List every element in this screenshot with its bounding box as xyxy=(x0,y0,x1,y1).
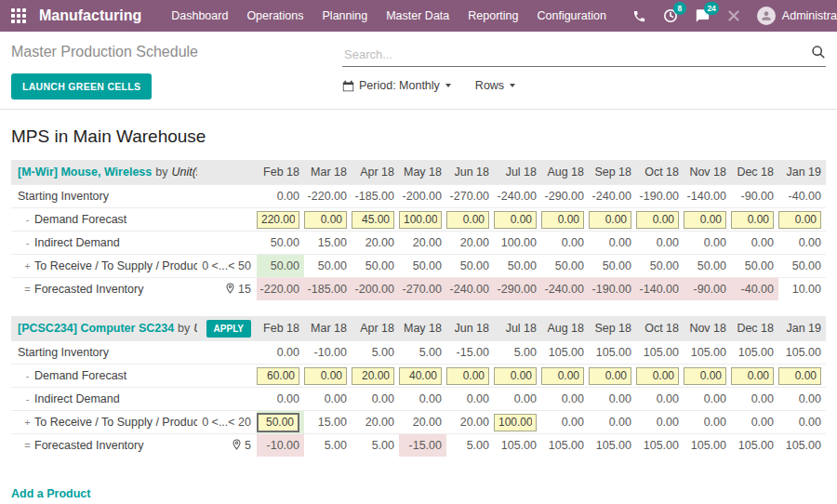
mps-cell xyxy=(778,365,826,387)
mps-cell xyxy=(778,208,826,231)
row-label: To Receive / To Supply / Produce xyxy=(34,416,197,429)
mps-cell: 50.00 xyxy=(257,232,304,254)
nav-menu-planning[interactable]: Planning xyxy=(313,9,378,22)
mps-row-demand-forecast: -Demand Forecast xyxy=(11,207,826,231)
location-pin-icon xyxy=(226,283,238,297)
mps-cell: 50.00 xyxy=(636,255,684,277)
app-name[interactable]: Manufacturing xyxy=(39,7,141,24)
forecast-input[interactable] xyxy=(399,211,442,229)
forecast-input[interactable] xyxy=(541,211,584,229)
mps-cell xyxy=(494,365,541,387)
control-panel: Master Production Schedule LAUNCH GREEN … xyxy=(0,32,837,110)
row-label-cell: -Indirect Demand xyxy=(11,388,197,410)
forecast-input[interactable] xyxy=(446,211,489,229)
forecast-input[interactable] xyxy=(684,211,726,229)
mps-row-starting-inventory: Starting Inventory0.00-10.005.005.00-15.… xyxy=(11,340,826,364)
mps-cell: 0.00 xyxy=(778,232,826,254)
nav-menu-master-data[interactable]: Master Data xyxy=(377,9,458,22)
forecast-input[interactable] xyxy=(352,367,394,385)
period-filter-label: Period: Monthly xyxy=(359,79,440,92)
forecast-input[interactable] xyxy=(684,367,726,385)
row-label-cell: =Forecasted Inventory xyxy=(11,434,197,457)
forecast-input[interactable] xyxy=(494,367,537,385)
month-header: Mar 18 xyxy=(304,316,352,340)
mps-cell: 0.00 xyxy=(541,411,589,433)
mps-cell: -200.00 xyxy=(399,185,446,207)
user-menu[interactable]: Administrator xyxy=(757,7,837,25)
forecast-input[interactable] xyxy=(352,211,394,229)
forecast-input[interactable] xyxy=(778,211,821,229)
support-tools-icon[interactable] xyxy=(727,9,740,22)
mps-row-forecasted-inventory: =Forecasted Inventory5-10.005.005.00-15.… xyxy=(11,433,826,457)
activity-badge: 8 xyxy=(673,2,686,15)
search-icon[interactable] xyxy=(811,45,826,63)
mps-row-to-receive-to-supply-produce: +To Receive / To Supply / Produce0 <...<… xyxy=(11,254,826,277)
messages-icon[interactable]: 24 xyxy=(695,8,711,23)
mps-cell xyxy=(636,365,684,387)
location-pin-icon xyxy=(232,439,245,453)
mps-cell: 105.00 xyxy=(684,341,731,364)
nav-menu-configuration[interactable]: Configuration xyxy=(527,9,615,22)
forecast-input[interactable] xyxy=(257,211,299,229)
row-label-cell: Starting Inventory xyxy=(11,185,197,207)
mps-cell: -10.00 xyxy=(304,341,352,364)
chevron-down-icon xyxy=(510,84,515,87)
row-operator: = xyxy=(20,440,34,451)
mps-cell: -290.00 xyxy=(541,185,589,207)
apps-grid-icon[interactable] xyxy=(11,8,26,23)
add-product-link[interactable]: Add a Product xyxy=(11,487,90,500)
forecast-input[interactable] xyxy=(494,414,537,431)
nav-menu-dashboard[interactable]: Dashboard xyxy=(162,9,237,22)
forecast-input[interactable] xyxy=(304,367,347,385)
mps-cell: 0.00 xyxy=(636,388,684,410)
month-header: Apr 18 xyxy=(352,316,399,340)
row-label-cell: -Demand Forecast xyxy=(11,365,197,387)
launch-green-cells-button[interactable]: LAUNCH GREEN CELLS xyxy=(11,73,152,99)
mps-cell: 0.00 xyxy=(778,388,826,410)
mps-cell: 50.00 xyxy=(731,255,778,277)
forecast-input[interactable] xyxy=(257,367,299,385)
mps-cell: -240.00 xyxy=(541,278,589,300)
nav-menu-operations[interactable]: Operations xyxy=(237,9,312,22)
product-header-cell: [M-Wir] Mouse, WirelessbyUnit(s) xyxy=(11,160,197,184)
forecast-input[interactable] xyxy=(731,367,774,385)
forecast-input[interactable] xyxy=(589,211,631,229)
rows-filter[interactable]: Rows xyxy=(475,79,515,92)
mps-cell: 105.00 xyxy=(731,434,778,457)
row-label-cell: Starting Inventory xyxy=(11,341,197,364)
forecast-input[interactable] xyxy=(541,367,584,385)
product-link[interactable]: [M-Wir] Mouse, Wireless xyxy=(18,166,152,179)
mps-cell: 5.00 xyxy=(494,341,541,364)
main-content: MPS in Main Warehouse [M-Wir] Mouse, Wir… xyxy=(0,110,837,501)
mps-cell: 0.00 xyxy=(352,388,399,410)
nav-menu-reporting[interactable]: Reporting xyxy=(458,9,527,22)
phone-icon[interactable] xyxy=(632,9,646,23)
product-link[interactable]: [PCSC234] Computer SC234 xyxy=(18,322,174,335)
mps-cell: 50.00 xyxy=(494,255,541,277)
calendar-icon xyxy=(342,80,354,92)
location-pin-count: 15 xyxy=(226,283,251,297)
product-header-meta xyxy=(197,160,257,184)
forecast-input[interactable] xyxy=(494,211,537,229)
apply-button[interactable]: APPLY xyxy=(206,320,251,338)
forecast-input[interactable] xyxy=(446,367,489,385)
mps-cell: -200.00 xyxy=(352,278,399,300)
forecast-input[interactable] xyxy=(589,367,631,385)
forecast-input[interactable] xyxy=(257,413,299,432)
mps-cell: 0.00 xyxy=(257,185,304,207)
search-input[interactable] xyxy=(342,46,811,62)
mps-cell xyxy=(589,208,636,231)
period-filter[interactable]: Period: Monthly xyxy=(342,79,451,92)
mps-cell: -90.00 xyxy=(684,278,731,300)
user-name: Administrator xyxy=(782,9,837,22)
forecast-input[interactable] xyxy=(399,367,442,385)
forecast-input[interactable] xyxy=(731,211,774,229)
forecast-input[interactable] xyxy=(636,367,679,385)
forecast-input[interactable] xyxy=(304,211,347,229)
forecast-input[interactable] xyxy=(636,211,679,229)
pin-count-value: 15 xyxy=(238,283,251,296)
forecast-input[interactable] xyxy=(778,367,821,385)
month-header: Sep 18 xyxy=(589,160,636,184)
activity-clock-icon[interactable]: 8 xyxy=(663,8,678,23)
mps-cell: 0.00 xyxy=(589,388,636,410)
